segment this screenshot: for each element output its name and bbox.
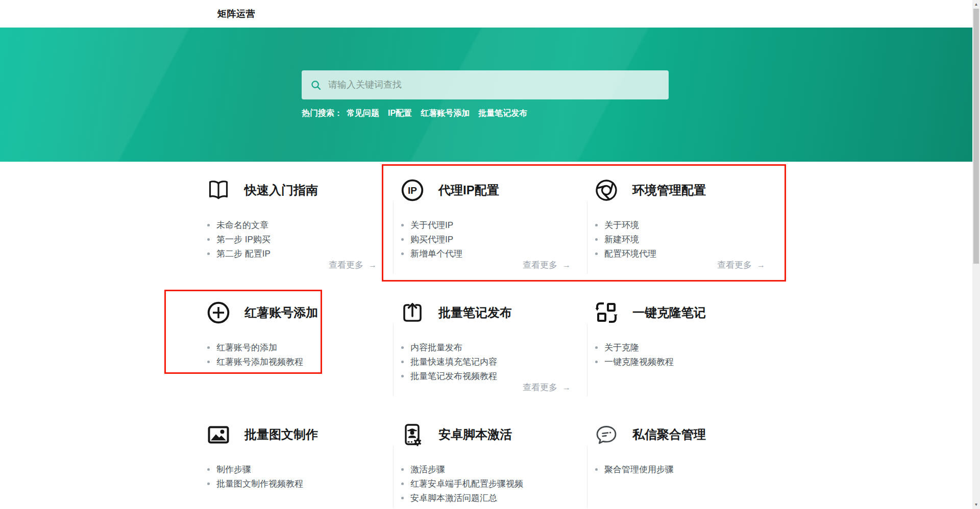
top-bar: 矩阵运营 [0, 0, 972, 28]
article-link[interactable]: 关于克隆 [595, 340, 777, 354]
card-dm-aggregate: 私信聚合管理 聚合管理使用步骤 [583, 422, 777, 509]
card-header: 批量图文制作 [206, 422, 389, 447]
scroll-down-button[interactable]: ▼ [972, 500, 980, 509]
article-link[interactable]: 第二步 配置IP [207, 246, 389, 261]
app-title: 矩阵运营 [217, 0, 255, 28]
bullet-dot [401, 346, 404, 349]
card-title: 一键克隆笔记 [632, 304, 706, 321]
bullet-dot [401, 361, 404, 363]
bullet-dot [401, 497, 404, 499]
view-more-link[interactable]: 查看更多→ [523, 381, 571, 393]
bullet-dot [595, 361, 598, 363]
search-input[interactable] [327, 79, 659, 91]
card-batch-image: 批量图文制作 制作步骤 批量图文制作视频教程 [195, 422, 389, 509]
view-more-link[interactable]: 查看更多→ [329, 259, 377, 271]
bullet-dot [401, 468, 404, 471]
bullet-dot [401, 375, 404, 377]
article-link[interactable]: 内容批量发布 [401, 340, 583, 354]
hot-search-link-notes[interactable]: 批量笔记发布 [478, 108, 527, 119]
article-link[interactable]: 安卓脚本激活问题汇总 [401, 491, 583, 505]
article-link[interactable]: 制作步骤 [207, 462, 389, 476]
book-icon [206, 178, 231, 202]
card-header: 安卓脚本激活 [400, 422, 583, 447]
article-link[interactable]: 批量快速填充笔记内容 [401, 354, 583, 369]
card-header: 批量笔记发布 [400, 300, 583, 325]
bullet-dot [207, 468, 210, 471]
bullet-dot [207, 252, 210, 255]
clone-icon [594, 300, 619, 325]
card-row-3: 批量图文制作 制作步骤 批量图文制作视频教程 [195, 422, 777, 509]
vertical-scrollbar[interactable]: ▲ ▼ [972, 0, 980, 509]
bullet-dot [207, 224, 210, 226]
card-clone-notes: 一键克隆笔记 关于克隆 一键克隆视频教程 [583, 300, 777, 397]
card-batch-notes: 批量笔记发布 内容批量发布 批量快速填充笔记内容 批量笔记发布视频教程 查看更多… [389, 300, 583, 397]
card-title: 批量图文制作 [244, 426, 318, 443]
annotation-box-proxy-env [382, 164, 786, 282]
hot-search-label: 热门搜索： [302, 108, 342, 119]
article-link[interactable]: 一键克隆视频教程 [595, 354, 777, 369]
card-title: 私信聚合管理 [632, 426, 706, 443]
search-box[interactable] [302, 70, 669, 99]
scroll-up-button[interactable]: ▲ [972, 0, 980, 9]
article-link[interactable]: 批量笔记发布视频教程 [401, 369, 583, 383]
bullet-dot [207, 482, 210, 485]
article-link[interactable]: 红薯安卓端手机配置步骤视频 [401, 476, 583, 491]
card-android-script: 安卓脚本激活 激活步骤 红薯安卓端手机配置步骤视频 安卓脚本激活问题汇总 [389, 422, 583, 509]
card-header: 快速入门指南 [206, 178, 389, 202]
android-script-icon [400, 422, 425, 447]
hot-search-link-ip[interactable]: IP配置 [388, 108, 412, 119]
card-title: 安卓脚本激活 [438, 426, 512, 443]
card-header: 私信聚合管理 [594, 422, 777, 447]
scroll-down-icon: ▼ [974, 502, 978, 507]
article-link[interactable]: 聚合管理使用步骤 [595, 462, 777, 476]
annotation-box-account-add [164, 290, 322, 374]
card-title: 快速入门指南 [244, 182, 318, 198]
chat-bubble-icon [594, 422, 619, 447]
article-link[interactable]: 批量图文制作视频教程 [207, 476, 389, 491]
arrow-right-icon: → [369, 261, 377, 270]
upload-icon [400, 300, 425, 325]
page: 矩阵运营 热门搜索： 常见问题 IP配置 红薯账号添加 批量笔记发布 [0, 0, 972, 509]
hero-banner: 热门搜索： 常见问题 IP配置 红薯账号添加 批量笔记发布 [0, 28, 972, 162]
article-link[interactable]: 未命名的文章 [207, 218, 389, 232]
scroll-up-icon: ▲ [974, 2, 978, 7]
article-link[interactable]: 第一步 IP购买 [207, 232, 389, 246]
search-icon [311, 80, 321, 90]
article-link[interactable]: 激活步骤 [401, 462, 583, 476]
arrow-right-icon: → [562, 383, 571, 392]
image-icon [206, 422, 231, 447]
card-header: 一键克隆笔记 [594, 300, 777, 325]
bullet-dot [401, 482, 404, 485]
card-title: 批量笔记发布 [438, 304, 512, 321]
hot-search-link-account[interactable]: 红薯账号添加 [421, 108, 470, 119]
bullet-dot [595, 346, 598, 349]
card-quick-start: 快速入门指南 未命名的文章 第一步 IP购买 第二步 配置IP 查看更多→ [195, 178, 389, 275]
bullet-dot [207, 238, 210, 241]
scrollbar-thumb[interactable] [973, 9, 979, 264]
hot-search-bar: 热门搜索： 常见问题 IP配置 红薯账号添加 批量笔记发布 [302, 108, 536, 119]
bullet-dot [595, 468, 598, 471]
hot-search-link-faq[interactable]: 常见问题 [347, 108, 379, 119]
